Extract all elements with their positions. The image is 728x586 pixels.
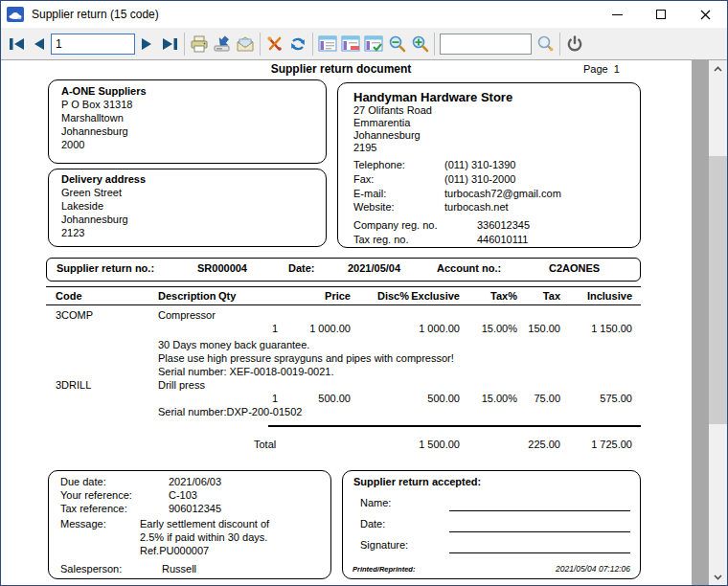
zoom-in-icon <box>411 35 429 53</box>
toolbar-separator <box>312 33 313 56</box>
row-code: 3DRILL <box>56 379 91 391</box>
next-page-icon <box>140 37 153 51</box>
report-layout-check-button[interactable] <box>362 32 385 56</box>
scrollbar-thumb[interactable] <box>709 156 727 424</box>
report-layout-check-icon <box>364 35 383 52</box>
col-header-description: Description <box>158 290 216 302</box>
scroll-down-button[interactable] <box>709 569 727 585</box>
total-rule <box>268 425 641 427</box>
scroll-up-button[interactable] <box>709 60 727 77</box>
col-header-code: Code <box>56 290 82 302</box>
vertical-scrollbar[interactable] <box>709 60 727 585</box>
last-page-button[interactable] <box>158 32 181 56</box>
detail-label: Tax reference: <box>60 503 127 514</box>
total-inclusive: 1 725.00 <box>563 439 632 450</box>
registration-label: Tax reg. no. <box>353 234 408 245</box>
delivery-address-line: Lakeside <box>61 200 103 212</box>
date-value: 2021/05/04 <box>348 262 400 274</box>
table-header-row: Code Description Qty Price Disc% Exclusi… <box>46 286 641 305</box>
delivery-address-line: Johannesburg <box>61 214 128 225</box>
row-taxpct: 15.00% <box>467 323 517 334</box>
app-window: Supplier return (15 code) <box>0 0 728 586</box>
acceptance-title: Supplier return accepted: <box>353 476 481 487</box>
col-header-qty: Qty <box>218 290 236 302</box>
report-layout-button[interactable] <box>316 32 339 56</box>
toolbar-separator <box>559 33 560 56</box>
first-page-icon <box>9 37 25 51</box>
row-inclusive: 575.00 <box>563 393 632 404</box>
page-number-input[interactable] <box>51 34 135 55</box>
zoom-out-icon <box>388 35 406 53</box>
previous-page-icon <box>33 37 46 51</box>
refresh-button[interactable] <box>286 32 309 56</box>
store-address-line: Emmarentia <box>353 117 410 128</box>
email-button[interactable] <box>234 32 257 56</box>
contact-value: (011) 310-2000 <box>444 173 515 185</box>
contact-label: Website: <box>353 201 395 213</box>
row-exclusive: 1 000.00 <box>391 323 460 334</box>
supplier-address-line: Marshalltown <box>61 112 124 124</box>
report-layout-remove-icon <box>341 35 360 52</box>
supplier-name: A-ONE Suppliers <box>61 85 147 97</box>
toolbar <box>1 28 727 60</box>
print-button[interactable] <box>188 32 211 56</box>
zoom-in-button[interactable] <box>408 32 431 56</box>
row-description: Drill press <box>158 379 205 391</box>
first-page-button[interactable] <box>5 32 28 56</box>
date-label: Date: <box>288 262 315 274</box>
col-header-taxpct: Tax% <box>467 290 517 302</box>
delivery-address-line: 2123 <box>61 227 84 238</box>
export-button[interactable] <box>211 32 234 56</box>
store-address-line: Johannesburg <box>353 129 421 141</box>
message-label: Message: <box>60 518 106 530</box>
registration-value: 446010111 <box>477 234 528 245</box>
document-title: Supplier return document <box>1 62 681 76</box>
zoom-out-button[interactable] <box>385 32 408 56</box>
window-title: Supplier return (15 code) <box>32 8 159 21</box>
contact-label: E-mail: <box>353 188 386 199</box>
row-code: 3COMP <box>56 309 93 321</box>
tools-button[interactable] <box>263 32 286 56</box>
supplier-address-line: Johannesburg <box>61 125 128 137</box>
supplier-address-line: P O Box 31318 <box>61 99 132 110</box>
next-page-button[interactable] <box>135 32 158 56</box>
registration-label: Company reg. no. <box>353 219 437 231</box>
maximize-button[interactable] <box>639 1 683 28</box>
exit-button[interactable] <box>563 32 586 56</box>
email-icon <box>236 36 255 52</box>
tools-icon <box>266 36 284 52</box>
toolbar-separator <box>260 33 261 56</box>
maximize-icon <box>656 10 666 19</box>
store-address-line: 27 Olifants Road <box>353 104 432 116</box>
delivery-title: Delivery address <box>61 173 146 185</box>
message-line: Early settlement discount of <box>140 518 269 530</box>
toolbar-separator <box>434 33 435 56</box>
previous-page-button[interactable] <box>28 32 51 56</box>
minimize-button[interactable] <box>595 1 639 28</box>
report-layout-remove-button[interactable] <box>339 32 362 56</box>
supplier-address-line: 2000 <box>61 139 84 150</box>
search-icon <box>536 35 555 53</box>
col-header-price: Price <box>285 290 351 302</box>
detail-value: 2021/06/03 <box>169 476 221 487</box>
document-page: Supplier return document Page 1 A-ONE Su… <box>1 60 692 585</box>
account-no-value: C2AONES <box>549 262 600 274</box>
salesperson-label: Salesperson: <box>60 563 122 575</box>
row-description: Compressor <box>158 309 216 321</box>
app-icon <box>7 7 24 22</box>
search-button[interactable] <box>534 32 557 56</box>
table-body: 3COMP Compressor 1 1 000.00 1 000.00 15.… <box>46 309 641 462</box>
printed-label: Printed/Reprinted: <box>353 565 415 574</box>
row-note: Serial number:DXP-200-01502 <box>158 406 302 417</box>
minimize-icon <box>612 14 623 15</box>
message-line: 2.5% if paid within 30 days. <box>140 531 267 543</box>
close-button[interactable] <box>683 1 727 28</box>
scroll-down-icon <box>714 575 722 580</box>
message-line: Ref.PU000007 <box>140 545 209 556</box>
scroll-up-icon <box>714 66 722 72</box>
last-page-icon <box>162 37 178 51</box>
acceptance-field-label: Name: <box>360 497 391 508</box>
return-no-label: Supplier return no.: <box>57 262 154 274</box>
search-input[interactable] <box>440 34 532 55</box>
row-exclusive: 500.00 <box>391 393 460 404</box>
